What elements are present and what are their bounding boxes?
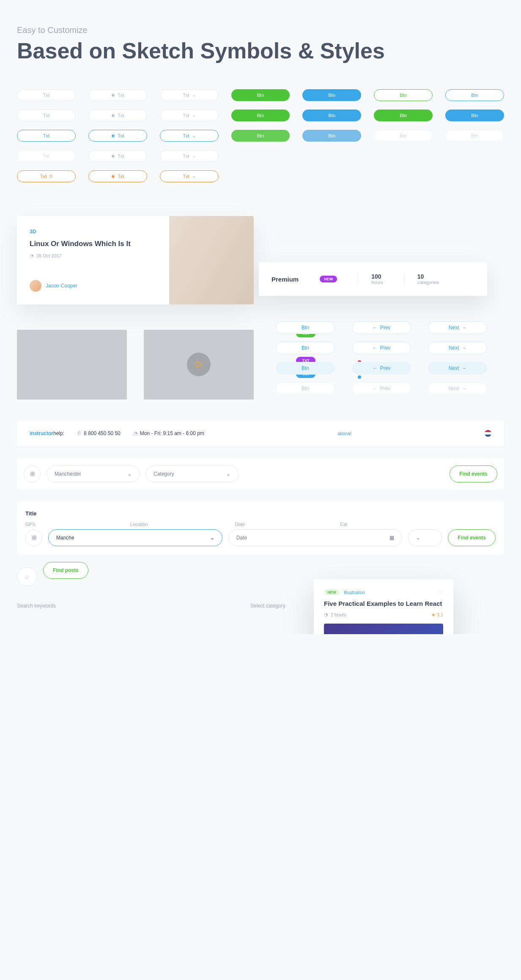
next-button-active[interactable]: Next→ <box>428 362 487 375</box>
article-title: Linux Or Windows Which Is It <box>30 239 156 249</box>
btn-green[interactable]: Btn <box>231 130 290 142</box>
pill-txt-select[interactable]: Txt⌄ <box>160 150 219 162</box>
pill-txt-user[interactable]: ◉Txt <box>88 109 147 121</box>
btn-pill[interactable]: Btn <box>276 321 335 334</box>
date-label: Date <box>235 522 334 527</box>
pill-txt-select-active[interactable]: Txt⌄ <box>160 130 219 142</box>
pill-txt-warning[interactable]: Txt⊙ <box>17 170 76 182</box>
chevron-icon: ⌄ <box>210 535 214 541</box>
pill-label: Next <box>449 386 459 391</box>
user-icon: ◉ <box>111 133 115 138</box>
pill-txt-active[interactable]: Txt <box>17 130 76 142</box>
new-badge: NEW <box>324 589 340 595</box>
author-name: Jason Cooper <box>46 283 77 289</box>
pill-label: Txt <box>118 133 124 138</box>
btn-pill[interactable]: Btn <box>276 342 335 354</box>
btn-green[interactable]: Btn <box>374 109 433 121</box>
course-category[interactable]: Illustration <box>344 590 365 595</box>
pill-label: Txt <box>183 113 189 118</box>
next-button[interactable]: Next→ <box>428 321 487 334</box>
pill-label: Btn <box>329 133 336 138</box>
btn-blue-light[interactable]: Btn <box>302 130 361 142</box>
btn-blue[interactable]: Btn <box>302 109 361 121</box>
location-select[interactable]: Manche⌄ <box>48 529 222 546</box>
pill-txt-user[interactable]: ◉Txt <box>88 89 147 101</box>
flag-icon[interactable] <box>485 430 491 437</box>
search-input[interactable]: ⌕ <box>17 567 37 586</box>
nav-buttons-grid: Btn ←Prev Next→ Btn ←Prev Next→ Btn ←Pre… <box>276 321 487 395</box>
pill-label: Btn <box>400 113 407 118</box>
pill-label: Btn <box>329 93 336 98</box>
select-value: Manche <box>56 535 74 541</box>
city-select[interactable]: Manchester⌄ <box>47 465 140 482</box>
pill-label: Btn <box>302 325 309 331</box>
hours-text: Mon - Fri: 9:15 am - 6:00 pm <box>140 430 204 436</box>
btn-disabled: Btn <box>374 130 433 142</box>
pill-txt-user-warning[interactable]: ◉Txt <box>88 170 147 182</box>
btn-outline-blue[interactable]: Btn <box>445 89 504 101</box>
language-text[interactable]: ational <box>337 431 351 436</box>
info-bar: instructorhelp: ✆8 800 450 50 50 ◔Mon - … <box>17 421 504 446</box>
stat-number: 10 <box>417 273 439 280</box>
pill-label: Txt <box>118 113 124 118</box>
prev-button[interactable]: ←Prev <box>352 321 411 334</box>
btn-outline-green[interactable]: Btn <box>374 89 433 101</box>
btn-green[interactable]: Btn <box>231 109 290 121</box>
btn-green[interactable]: Btn <box>231 89 290 101</box>
btn-blue[interactable]: Btn <box>445 109 504 121</box>
prev-button-active[interactable]: ←Prev <box>352 362 411 375</box>
pills-grid: Txt ◉Txt Txt⌄ Btn Btn Btn Btn Txt ◉Txt T… <box>17 89 504 182</box>
category-select[interactable]: Category⌄ <box>145 465 239 482</box>
pill-label: Btn <box>400 133 407 138</box>
clock-icon: ◔ <box>324 612 328 618</box>
chevron-icon: ⌄ <box>416 535 420 541</box>
play-button[interactable] <box>187 353 211 376</box>
pill-txt[interactable]: Txt <box>17 89 76 101</box>
cat-select[interactable]: ⌄ <box>408 529 442 546</box>
date-select[interactable]: Date▦ <box>228 529 403 546</box>
pill-label: Next <box>449 345 459 351</box>
stat-number: 100 <box>371 273 383 280</box>
chevron-icon: ⌄ <box>192 93 195 97</box>
image-placeholder <box>17 330 127 400</box>
pill-txt-user[interactable]: ◉Txt <box>88 150 147 162</box>
pill-label: Next <box>449 325 459 331</box>
pill-label: Btn <box>302 386 309 391</box>
pill-txt-select-warning[interactable]: Txt⌄ <box>160 170 219 182</box>
location-label: Location <box>130 522 229 527</box>
find-events-button[interactable]: Find events <box>450 465 497 482</box>
article-card[interactable]: 3D Linux Or Windows Which Is It ◔26 Oct … <box>17 216 254 304</box>
favorite-button[interactable]: ♡ <box>439 590 443 595</box>
article-image <box>169 216 254 304</box>
course-title: Five Practical Examples to Learn React <box>324 599 443 608</box>
next-button[interactable]: Next→ <box>428 342 487 354</box>
chevron-icon: ⌄ <box>192 153 195 158</box>
premium-title: Premium <box>271 276 299 283</box>
course-card[interactable]: NEW Illustration ♡ Five Practical Exampl… <box>314 579 453 634</box>
prev-button[interactable]: ←Prev <box>352 342 411 354</box>
article-date: ◔26 Oct 2017 <box>30 253 156 259</box>
pill-txt-user-active[interactable]: ◉Txt <box>88 130 147 142</box>
clock-icon: ◔ <box>30 253 34 259</box>
avatar <box>30 280 41 292</box>
phone-text: 8 800 450 50 50 <box>84 430 121 436</box>
gps-button[interactable]: ⊕ <box>24 465 41 482</box>
btn-pill-active[interactable]: Btn <box>276 362 335 375</box>
pill-label: Txt <box>43 153 49 159</box>
gps-button[interactable]: ⊕ <box>25 529 42 546</box>
find-posts-button[interactable]: Find posts <box>43 562 88 579</box>
pill-txt-select[interactable]: Txt⌄ <box>160 109 219 121</box>
pill-label: Btn <box>302 365 309 371</box>
article-author[interactable]: Jason Cooper <box>30 280 156 292</box>
pill-label: Btn <box>257 113 264 118</box>
pill-txt[interactable]: Txt <box>17 109 76 121</box>
article-category: 3D <box>30 229 156 235</box>
pill-txt-select[interactable]: Txt⌄ <box>160 89 219 101</box>
find-events-button[interactable]: Find events <box>448 529 496 546</box>
pill-label: Prev <box>380 345 391 351</box>
btn-blue[interactable]: Btn <box>302 89 361 101</box>
video-placeholder[interactable] <box>144 330 254 400</box>
logo[interactable]: instructorhelp: <box>30 430 64 436</box>
arrow-right-icon: → <box>461 325 466 331</box>
btn-disabled: Btn <box>445 130 504 142</box>
